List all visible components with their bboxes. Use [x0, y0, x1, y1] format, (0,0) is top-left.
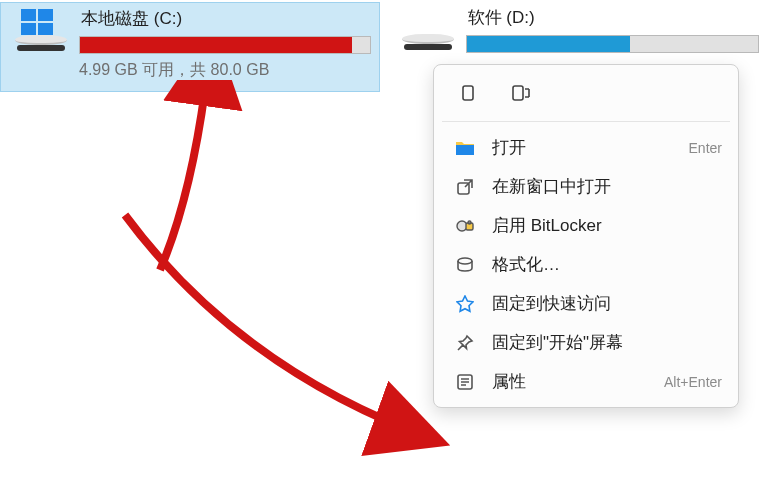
drive-c-capacity-bar — [79, 36, 371, 54]
properties-icon — [454, 371, 476, 393]
menu-item-accel: Alt+Enter — [664, 374, 722, 390]
menu-item-bitlocker[interactable]: 启用 BitLocker — [434, 206, 738, 245]
context-menu: 打开 Enter 在新窗口中打开 启用 BitLocker 格式化… 固定到快速… — [433, 64, 739, 408]
annotation-arrow-1 — [150, 80, 270, 280]
drive-c-info: 本地磁盘 (C:) 4.99 GB 可用，共 80.0 GB — [79, 7, 371, 81]
menu-item-label: 固定到快速访问 — [492, 292, 722, 315]
annotation-arrow-2 — [120, 200, 450, 460]
svg-rect-1 — [513, 86, 523, 100]
menu-item-accel: Enter — [689, 140, 722, 156]
drive-c-status: 4.99 GB 可用，共 80.0 GB — [79, 60, 371, 81]
svg-point-6 — [458, 258, 472, 264]
menu-item-label: 固定到"开始"屏幕 — [492, 331, 722, 354]
drive-d-label: 软件 (D:) — [468, 6, 760, 29]
bitlocker-icon — [454, 215, 476, 237]
menu-item-open[interactable]: 打开 Enter — [434, 128, 738, 167]
menu-item-label: 属性 — [492, 370, 664, 393]
context-menu-iconbar — [434, 71, 738, 117]
drive-c[interactable]: 本地磁盘 (C:) 4.99 GB 可用，共 80.0 GB — [0, 2, 380, 92]
pin-star-icon — [454, 293, 476, 315]
eject-icon[interactable] — [510, 81, 534, 105]
menu-item-label: 打开 — [492, 136, 689, 159]
folder-open-icon — [454, 137, 476, 159]
drive-d-icon — [396, 6, 460, 56]
context-menu-separator — [442, 121, 730, 122]
open-new-window-icon — [454, 176, 476, 198]
menu-item-properties[interactable]: 属性 Alt+Enter — [434, 362, 738, 401]
menu-item-pin-start[interactable]: 固定到"开始"屏幕 — [434, 323, 738, 362]
rename-icon[interactable] — [456, 81, 480, 105]
menu-item-open-new-window[interactable]: 在新窗口中打开 — [434, 167, 738, 206]
menu-item-label: 在新窗口中打开 — [492, 175, 722, 198]
drive-d-capacity-fill — [467, 36, 630, 52]
svg-rect-0 — [463, 86, 473, 100]
drive-c-capacity-fill — [80, 37, 352, 53]
menu-item-label: 格式化… — [492, 253, 722, 276]
menu-item-pin-quick-access[interactable]: 固定到快速访问 — [434, 284, 738, 323]
drive-d-info: 软件 (D:) — [466, 6, 760, 59]
drive-c-label: 本地磁盘 (C:) — [81, 7, 371, 30]
format-icon — [454, 254, 476, 276]
menu-item-format[interactable]: 格式化… — [434, 245, 738, 284]
menu-item-label: 启用 BitLocker — [492, 214, 722, 237]
pin-icon — [454, 332, 476, 354]
drive-c-icon — [9, 7, 73, 57]
drive-d-capacity-bar — [466, 35, 760, 53]
